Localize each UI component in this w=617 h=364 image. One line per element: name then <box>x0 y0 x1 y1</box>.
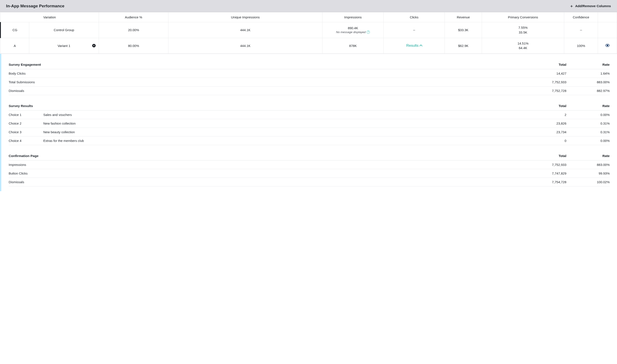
section-title: Survey Results <box>9 104 527 108</box>
detail-row-total: 7,747,829 <box>527 171 566 175</box>
table-row-control: CG Control Group 20.00% 444.1K 890.4K No… <box>0 22 617 38</box>
detail-section-header: Survey ResultsTotalRate <box>9 102 610 111</box>
detail-section-header: Confirmation PageTotalRate <box>9 152 610 160</box>
row-badge: CG <box>0 22 29 38</box>
expand-icon[interactable]: + <box>92 44 96 47</box>
col-rate-label: Rate <box>566 104 610 108</box>
eye-icon[interactable] <box>605 44 610 48</box>
detail-row: Impressions7,752,933883.00% <box>9 160 610 169</box>
detail-row-total: 7,752,933 <box>527 80 566 84</box>
detail-row: Button Clicks7,747,82999.93% <box>9 169 610 178</box>
confidence-value: -- <box>564 22 598 38</box>
add-remove-label: Add/Remove Columns <box>575 4 611 8</box>
impressions-value: 890.4K <box>348 26 358 30</box>
col-clicks: Clicks <box>384 12 445 22</box>
detail-row-desc: Extras for the members club <box>43 139 527 143</box>
conv-count: 33.5K <box>519 30 527 35</box>
clicks-value: -- <box>384 22 445 38</box>
conv-pct: 7.55% <box>518 25 528 30</box>
table-header-row: Variation Audience % Unique Impressions … <box>0 12 617 22</box>
detail-row-total: 2 <box>527 113 566 117</box>
conversions-cell: 14.51% 64.4K <box>482 38 564 54</box>
panel-header: In-App Message Performance ＋ Add/Remove … <box>0 0 617 12</box>
col-total-label: Total <box>527 63 566 67</box>
plus-icon: ＋ <box>570 4 574 8</box>
detail-row-label: Choice 2 <box>9 122 43 125</box>
detail-row-label: Dismissals <box>9 180 527 184</box>
unique-impressions-value: 444.1K <box>168 22 322 38</box>
variant-detail-panel: Survey EngagementTotalRateBody Clicks14,… <box>0 54 617 191</box>
detail-row-rate: 883.00% <box>566 80 610 84</box>
detail-section: Survey EngagementTotalRateBody Clicks14,… <box>9 60 610 95</box>
performance-table: Variation Audience % Unique Impressions … <box>0 12 617 54</box>
detail-row: Choice 3New beauty collection23,7340.31% <box>9 128 610 136</box>
detail-row-rate: 0.31% <box>566 122 610 125</box>
help-icon[interactable]: ? <box>367 30 370 34</box>
audience-value: 80.00% <box>99 38 168 54</box>
detail-row-label: Body Clicks <box>9 72 527 75</box>
col-unique-impressions: Unique Impressions <box>168 12 322 22</box>
variation-name: Variant 1 <box>58 44 70 48</box>
detail-row-desc: New beauty collection <box>43 130 527 134</box>
impressions-note: No message displayed ? <box>336 30 370 34</box>
col-confidence: Confidence <box>564 12 598 22</box>
col-primary-conversions: Primary Conversions <box>482 12 564 22</box>
variation-name-cell: Control Group <box>29 22 99 38</box>
detail-row-desc: Sales and vouchers <box>43 113 527 117</box>
col-rate-label: Rate <box>566 154 610 158</box>
results-toggle[interactable]: Results <box>406 43 422 48</box>
detail-row: Choice 1Sales and vouchers20.00% <box>9 111 610 119</box>
col-audience: Audience % <box>99 12 168 22</box>
confidence-value: 100% <box>564 38 598 54</box>
detail-row: Dismissals7,754,728100.02% <box>9 178 610 186</box>
detail-row-total: 7,752,933 <box>527 163 566 167</box>
detail-row: Total Submissions7,752,933883.00% <box>9 78 610 87</box>
revenue-value: $62.9K <box>445 38 482 54</box>
detail-row-rate: 100.02% <box>566 180 610 184</box>
row-badge: A <box>0 38 29 54</box>
col-total-label: Total <box>527 104 566 108</box>
eye-cell <box>598 38 617 54</box>
audience-value: 20.00% <box>99 22 168 38</box>
detail-row-label: Choice 3 <box>9 130 43 134</box>
detail-section: Confirmation PageTotalRateImpressions7,7… <box>9 152 610 186</box>
detail-row-label: Total Submissions <box>9 80 527 84</box>
col-variation: Variation <box>0 12 99 22</box>
detail-row-total: 0 <box>527 139 566 143</box>
impressions-value: 878K <box>322 38 384 54</box>
detail-row: Dismissals7,752,728882.97% <box>9 87 610 95</box>
svg-point-0 <box>607 45 608 46</box>
detail-row: Body Clicks14,4271.64% <box>9 69 610 78</box>
col-revenue: Revenue <box>445 12 482 22</box>
detail-row-label: Button Clicks <box>9 171 527 175</box>
detail-row-total: 23,826 <box>527 122 566 125</box>
conversions-cell: 7.55% 33.5K <box>482 22 564 38</box>
detail-row: Choice 2New fashion collection23,8260.31… <box>9 119 610 128</box>
col-rate-label: Rate <box>566 63 610 67</box>
conv-count: 64.4K <box>519 46 527 50</box>
detail-row-total: 14,427 <box>527 72 566 75</box>
section-title: Survey Engagement <box>9 63 527 67</box>
detail-row-label: Choice 1 <box>9 113 43 117</box>
chevron-up-icon <box>419 45 422 48</box>
detail-row-total: 7,752,728 <box>527 89 566 92</box>
revenue-value: $33.3K <box>445 22 482 38</box>
variation-name: Control Group <box>54 28 74 32</box>
variation-name-cell: Variant 1 + <box>29 38 99 54</box>
eye-cell <box>598 22 617 38</box>
detail-row-rate: 1.64% <box>566 72 610 75</box>
col-total-label: Total <box>527 154 566 158</box>
col-impressions: Impressions <box>322 12 384 22</box>
detail-row-total: 7,754,728 <box>527 180 566 184</box>
detail-row-rate: 0.31% <box>566 130 610 134</box>
detail-section-header: Survey EngagementTotalRate <box>9 60 610 69</box>
detail-row-total: 23,734 <box>527 130 566 134</box>
detail-row-rate: 0.00% <box>566 113 610 117</box>
detail-row-label: Impressions <box>9 163 527 167</box>
detail-section: Survey ResultsTotalRateChoice 1Sales and… <box>9 102 610 145</box>
table-row-variant: A Variant 1 + 80.00% 444.1K 878K Results… <box>0 38 617 54</box>
detail-row-rate: 99.93% <box>566 171 610 175</box>
conv-pct: 14.51% <box>517 41 528 46</box>
add-remove-columns-button[interactable]: ＋ Add/Remove Columns <box>570 4 611 8</box>
detail-row-rate: 883.00% <box>566 163 610 167</box>
